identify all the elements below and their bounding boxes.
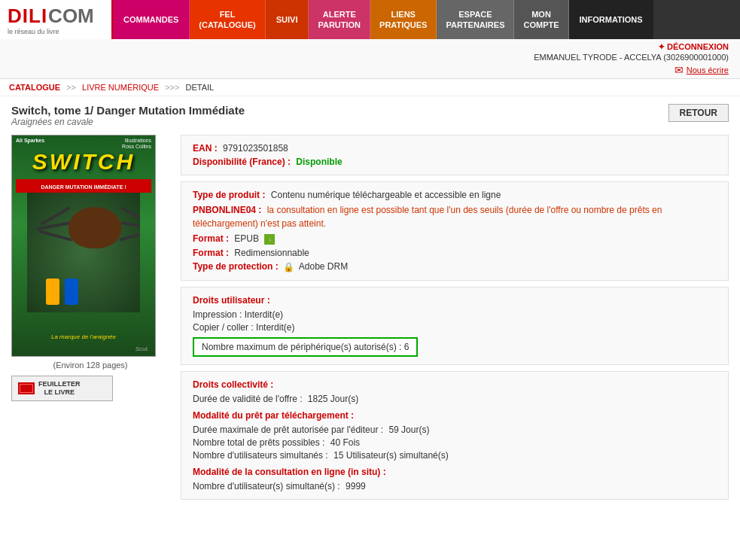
duree-offre-label: Durée de validité de l'offre : <box>193 394 303 404</box>
cover-subtitle-banner: DANGER MUTATION IMMÉDIATE ! <box>16 179 151 193</box>
type-produit-row: Type de produit : Contenu numérique télé… <box>193 190 717 200</box>
cover-bottom-label: La marque de l'araignée <box>12 330 155 341</box>
nb-prets-label: Nombre total de prêts possibles : <box>193 437 324 448</box>
format1-row: Format : EPUB ↓ <box>193 233 717 245</box>
breadcrumb-detail: DETAIL <box>186 83 215 92</box>
nb-prets-value: 40 Fois <box>330 437 360 448</box>
breadcrumb: CATALOGUE >> LIVRE NUMÉRIQUE >>> DETAIL <box>0 79 740 96</box>
username-display: EMMANUEL TYRODE - ACCELYA (3026900001000… <box>534 53 729 62</box>
droits-title: Droits utilisateur : <box>193 295 717 306</box>
ean-row: EAN : 9791023501858 <box>193 143 717 154</box>
nb-users-situ-value: 9999 <box>346 481 366 492</box>
book-title: Switch, tome 1/ Danger Mutation Immédiat… <box>11 104 245 117</box>
cover-publisher-logo: Scut. <box>136 345 149 352</box>
nb-users-label: Nombre d'utilisateurs simultanés : <box>193 450 328 461</box>
logo-area: DILICOM le réseau du livre <box>0 0 113 39</box>
nav-informations[interactable]: INFORMATIONS <box>569 0 653 39</box>
format2-value: Redimensionnable <box>234 248 309 258</box>
modalite-consult-title: Modalité de la consultation en ligne (in… <box>193 467 717 477</box>
copier-row: Copier / coller : Interdit(e) <box>193 322 717 333</box>
pnb-value: la consultation en ligne est possible ta… <box>193 205 662 229</box>
user-info: ✦ DÉCONNEXION EMMANUEL TYRODE - ACCELYA … <box>534 41 729 76</box>
book-cover: Ali Sparkes IllustrationsRoss Collins SW… <box>11 135 156 357</box>
type-produit-value: Contenu numérique téléchargeable et acce… <box>271 190 501 200</box>
droits-collectivite-section: Droits collectivité : Durée de validité … <box>181 371 729 500</box>
logo-tagline: le réseau du livre <box>8 28 104 35</box>
peripheriques-text: Nombre maximum de périphérique(s) autori… <box>202 342 409 352</box>
nb-users-value: 15 Utilisateur(s) simultané(s) <box>333 450 449 461</box>
nav-commandes[interactable]: COMMANDES <box>113 0 190 39</box>
format1-label: Format : <box>193 233 229 244</box>
feuilleter-label: FEUILLETERLE LIVRE <box>38 380 81 397</box>
dispo-label: Disponibilité (France) : <box>193 157 291 167</box>
retour-button[interactable]: RETOUR <box>668 104 729 122</box>
format2-row: Format : Redimensionnable <box>193 248 717 258</box>
copier-label: Copier / coller : <box>193 322 254 333</box>
nous-ecrire-link[interactable]: Nous écrire <box>687 65 729 75</box>
nav-espace[interactable]: ESPACEPARTENAIRES <box>437 0 514 39</box>
cover-title: SWITCH <box>16 149 151 175</box>
nb-users-situ-row: Nombre d'utilisateur(s) simultané(s) : 9… <box>193 481 717 492</box>
pnb-label: PNBONLINE04 : <box>193 205 261 215</box>
duree-offre-row: Durée de validité de l'offre : 1825 Jour… <box>193 394 717 404</box>
book-subtitle: Araignées en cavale <box>11 117 245 127</box>
breadcrumb-sep1: >> <box>66 83 76 92</box>
duree-max-pret-label: Durée maximale de prêt autorisée par l'é… <box>193 425 383 435</box>
nav-alerte[interactable]: ALERTEPARUTION <box>309 0 370 39</box>
book-title-area: Switch, tome 1/ Danger Mutation Immédiat… <box>11 104 245 127</box>
logo-dili: DILI <box>8 5 47 28</box>
nb-prets-row: Nombre total de prêts possibles : 40 Foi… <box>193 437 717 448</box>
book-header-row: Switch, tome 1/ Danger Mutation Immédiat… <box>11 104 729 127</box>
feuilleter-button[interactable]: FEUILLETERLE LIVRE <box>11 376 113 401</box>
nav-liens[interactable]: LIENSPRATIQUES <box>370 0 437 39</box>
epub-icon: ↓ <box>264 234 275 245</box>
header: DILICOM le réseau du livre COMMANDES FEL… <box>0 0 740 39</box>
format2-label: Format : <box>193 248 229 258</box>
page-count: (Environ 128 pages) <box>11 361 169 370</box>
book-open-icon <box>18 382 35 394</box>
nav-suivi[interactable]: SUIVI <box>266 0 309 39</box>
protection-value: Adobe DRM <box>299 261 348 272</box>
drm-icon: 🔒 <box>283 262 294 272</box>
duree-offre-value: 1825 Jour(s) <box>308 394 358 404</box>
protection-row: Type de protection : 🔒 Adobe DRM <box>193 261 717 272</box>
main-nav: COMMANDES FEL(CATALOGUE) SUIVI ALERTEPAR… <box>113 0 740 39</box>
ean-label: EAN : <box>193 143 218 154</box>
author2: IllustrationsRoss Collins <box>122 138 151 148</box>
nb-users-situ-label: Nombre d'utilisateur(s) simultané(s) : <box>193 481 340 492</box>
user-bar: ✦ DÉCONNEXION EMMANUEL TYRODE - ACCELYA … <box>0 39 740 79</box>
logo-com: COM <box>48 5 94 28</box>
pnb-row: PNBONLINE04 : la consultation en ligne e… <box>193 203 717 230</box>
right-panel: EAN : 9791023501858 Disponibilité (Franc… <box>181 135 729 506</box>
content-area: Switch, tome 1/ Danger Mutation Immédiat… <box>0 96 740 513</box>
duree-max-pret-value: 59 Jour(s) <box>388 425 429 435</box>
author1: Ali Sparkes <box>16 138 44 148</box>
main-layout: Ali Sparkes IllustrationsRoss Collins SW… <box>11 135 729 506</box>
dispo-value: Disponible <box>296 157 342 167</box>
envelope-icon: ✉ <box>675 64 684 76</box>
copier-value: Interdit(e) <box>256 322 294 333</box>
breadcrumb-livre-numerique[interactable]: LIVRE NUMÉRIQUE <box>82 83 159 92</box>
modalite-pret-title: Modalité du prêt par téléchargement : <box>193 410 717 421</box>
nav-mon-compte[interactable]: MONCOMPTE <box>514 0 568 39</box>
impression-label: Impression : <box>193 309 242 320</box>
peripheriques-box: Nombre maximum de périphérique(s) autori… <box>193 337 418 357</box>
duree-max-pret-row: Durée maximale de prêt autorisée par l'é… <box>193 425 717 435</box>
breadcrumb-sep2: >>> <box>165 83 179 92</box>
format-section: Type de produit : Contenu numérique télé… <box>181 181 729 281</box>
ean-section: EAN : 9791023501858 Disponibilité (Franc… <box>181 135 729 175</box>
nb-users-row: Nombre d'utilisateurs simultanés : 15 Ut… <box>193 450 717 461</box>
format1-value: EPUB <box>234 233 259 244</box>
type-produit-label: Type de produit : <box>193 190 265 200</box>
nav-fel[interactable]: FEL(CATALOGUE) <box>190 0 265 39</box>
impression-row: Impression : Interdit(e) <box>193 309 717 320</box>
protection-label: Type de protection : <box>193 261 279 272</box>
deconnexion-link[interactable]: ✦ DÉCONNEXION <box>658 42 729 51</box>
impression-value: Interdit(e) <box>245 309 283 320</box>
left-panel: Ali Sparkes IllustrationsRoss Collins SW… <box>11 135 169 506</box>
droits-section: Droits utilisateur : Impression : Interd… <box>181 287 729 365</box>
ean-value: 9791023501858 <box>223 143 288 154</box>
dispo-row: Disponibilité (France) : Disponible <box>193 157 717 167</box>
breadcrumb-catalogue[interactable]: CATALOGUE <box>9 83 60 92</box>
droits-coll-title: Droits collectivité : <box>193 379 717 390</box>
